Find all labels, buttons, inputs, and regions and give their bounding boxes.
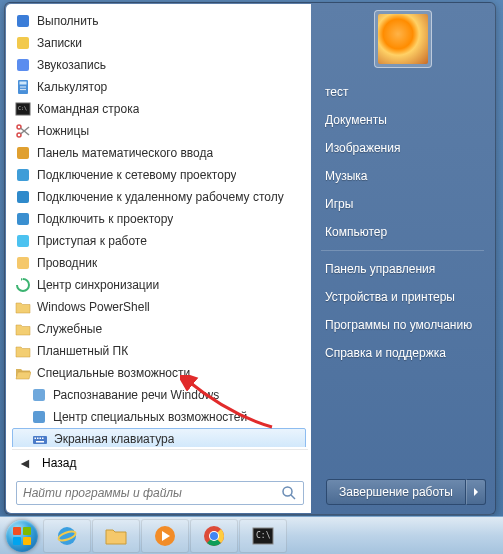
program-item-sync-center[interactable]: Центр синхронизации [12, 274, 306, 296]
start-menu: ВыполнитьЗапискиЗвукозаписьКалькуляторC:… [4, 2, 496, 515]
separator [321, 250, 484, 251]
program-label: Экранная клавиатура [54, 432, 174, 446]
program-item-remote-desktop[interactable]: Подключение к удаленному рабочему столу [12, 186, 306, 208]
program-item-system-tools-folder[interactable]: Служебные [12, 318, 306, 340]
svg-rect-17 [17, 147, 29, 159]
chevron-right-icon [472, 488, 480, 496]
program-label: Подключение к удаленному рабочему столу [37, 190, 284, 204]
search-row [12, 475, 308, 507]
user-avatar [378, 14, 428, 64]
svg-rect-26 [35, 438, 37, 440]
svg-point-5 [20, 86, 22, 88]
taskbar-explorer[interactable] [92, 519, 140, 553]
program-label: Проводник [37, 256, 97, 270]
program-label: Калькулятор [37, 80, 107, 94]
svg-point-6 [22, 86, 24, 88]
folder-open-icon [14, 364, 32, 382]
program-item-sound-recorder[interactable]: Звукозапись [12, 54, 306, 76]
chrome-icon [202, 524, 226, 548]
keyboard-icon [31, 430, 49, 447]
program-item-calculator[interactable]: Калькулятор [12, 76, 306, 98]
svg-point-9 [22, 89, 24, 91]
program-item-command-prompt[interactable]: C:\Командная строка [12, 98, 306, 120]
program-item-ease-center[interactable]: Центр специальных возможностей [12, 406, 306, 428]
shutdown-options-button[interactable] [466, 479, 486, 505]
right-item-pictures[interactable]: Изображения [313, 134, 492, 162]
program-item-network-projector[interactable]: Подключение к сетевому проектору [12, 164, 306, 186]
program-item-run[interactable]: Выполнить [12, 10, 306, 32]
svg-rect-25 [33, 436, 47, 444]
search-input[interactable] [23, 486, 281, 500]
right-item-documents[interactable]: Документы [313, 106, 492, 134]
taskbar-cmd[interactable]: C:\ [239, 519, 287, 553]
svg-rect-30 [36, 441, 44, 443]
program-item-snipping-tool[interactable]: Ножницы [12, 120, 306, 142]
folder-icon [14, 298, 32, 316]
back-button[interactable]: ◄ Назад [12, 449, 308, 475]
svg-rect-27 [37, 438, 39, 440]
svg-rect-21 [17, 235, 29, 247]
right-item-control-panel[interactable]: Панель управления [313, 255, 492, 283]
program-label: Приступая к работе [37, 234, 147, 248]
windows-logo-icon [13, 527, 31, 545]
svg-rect-1 [17, 37, 29, 49]
taskbar-media-player[interactable] [141, 519, 189, 553]
search-box[interactable] [16, 481, 304, 505]
program-item-math-input[interactable]: Панель математического ввода [12, 142, 306, 164]
right-item-devices-printers[interactable]: Устройства и принтеры [313, 283, 492, 311]
program-item-on-screen-keyboard[interactable]: Экранная клавиатура [12, 428, 306, 447]
program-item-speech-recognition[interactable]: Распознавание речи Windows [12, 384, 306, 406]
program-label: Windows PowerShell [37, 300, 150, 314]
svg-rect-4 [20, 82, 27, 85]
program-item-ease-of-access-folder[interactable]: Специальные возможности [12, 362, 306, 384]
rdp-icon [14, 188, 32, 206]
svg-rect-24 [33, 411, 45, 423]
note-icon [14, 34, 32, 52]
taskbar[interactable]: C:\ [0, 516, 503, 554]
svg-rect-19 [17, 191, 29, 203]
user-folder[interactable]: тест [313, 78, 492, 106]
program-label: Центр синхронизации [37, 278, 159, 292]
svg-point-34 [283, 487, 292, 496]
media-player-icon [153, 524, 177, 548]
svg-line-15 [21, 128, 30, 135]
program-label: Ножницы [37, 124, 89, 138]
program-list[interactable]: ВыполнитьЗапискиЗвукозаписьКалькуляторC:… [12, 10, 308, 447]
right-item-music[interactable]: Музыка [313, 162, 492, 190]
program-item-sticky-notes[interactable]: Записки [12, 32, 306, 54]
mic-icon [14, 56, 32, 74]
program-label: Записки [37, 36, 82, 50]
cmd-icon: C:\ [14, 100, 32, 118]
right-item-computer[interactable]: Компьютер [313, 218, 492, 246]
mic2-icon [30, 386, 48, 404]
right-item-default-programs[interactable]: Программы по умолчанию [313, 311, 492, 339]
program-item-tablet-pc-folder[interactable]: Планшетный ПК [12, 340, 306, 362]
shutdown-button[interactable]: Завершение работы [326, 479, 466, 505]
program-label: Распознавание речи Windows [53, 388, 219, 402]
flag-icon [14, 232, 32, 250]
program-item-connect-projector[interactable]: Подключить к проектору [12, 208, 306, 230]
folder-icon [14, 320, 32, 338]
taskbar-chrome[interactable] [190, 519, 238, 553]
right-item-help-support[interactable]: Справка и поддержка [313, 339, 492, 367]
search-icon [281, 485, 297, 501]
taskbar-ie[interactable] [43, 519, 91, 553]
program-item-getting-started[interactable]: Приступая к работе [12, 230, 306, 252]
folder-icon [14, 342, 32, 360]
ease-icon [30, 408, 48, 426]
all-programs-pane: ВыполнитьЗапискиЗвукозаписьКалькуляторC:… [6, 4, 311, 513]
program-item-powershell-folder[interactable]: Windows PowerShell [12, 296, 306, 318]
right-item-games[interactable]: Игры [313, 190, 492, 218]
user-avatar-frame[interactable] [374, 10, 432, 68]
right-pane: тест ДокументыИзображенияМузыкаИгрыКомпь… [311, 4, 494, 513]
svg-point-7 [24, 86, 26, 88]
math-icon [14, 144, 32, 162]
svg-line-35 [291, 495, 295, 499]
explorer-icon [14, 254, 32, 272]
program-item-explorer[interactable]: Проводник [12, 252, 306, 274]
svg-point-8 [20, 89, 22, 91]
back-arrow-icon: ◄ [18, 455, 36, 471]
start-button[interactable] [2, 518, 42, 554]
program-label: Служебные [37, 322, 102, 336]
svg-rect-18 [17, 169, 29, 181]
